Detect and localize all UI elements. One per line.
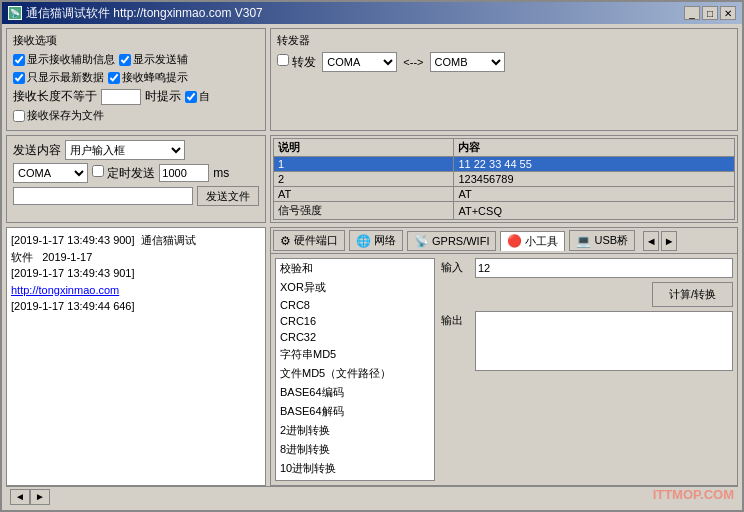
calc-button[interactable]: 计算/转换 bbox=[652, 282, 733, 307]
tab-gprs-label: GPRS/WIFI bbox=[432, 235, 489, 247]
cb-timer[interactable] bbox=[92, 165, 104, 177]
list-item[interactable]: 10进制转换 bbox=[276, 459, 434, 478]
gprs-icon: 📡 bbox=[414, 234, 429, 248]
tab-nav-buttons: ◄ ► bbox=[643, 231, 677, 251]
send-content-label: 发送内容 bbox=[13, 142, 61, 159]
converter-port-b[interactable]: COMB bbox=[430, 52, 505, 72]
hardware-icon: ⚙ bbox=[280, 234, 291, 248]
table-cell-desc: AT bbox=[274, 187, 454, 202]
tools-input[interactable] bbox=[475, 258, 733, 278]
tab-scroll-right-button[interactable]: ► bbox=[661, 231, 677, 251]
time-label: 时提示 bbox=[145, 88, 181, 105]
send-file-row: 发送文件 bbox=[13, 186, 259, 206]
cb4-label[interactable]: 接收蜂鸣提示 bbox=[108, 70, 188, 85]
receive-length-row: 接收长度不等于 时提示 自 bbox=[13, 88, 259, 105]
table-row[interactable]: 2123456789 bbox=[274, 172, 735, 187]
receive-options-title: 接收选项 bbox=[13, 33, 259, 48]
list-item[interactable]: CRC32 bbox=[276, 329, 434, 345]
list-item[interactable]: 字符串MD5 bbox=[276, 345, 434, 364]
receive-line-1: [2019-1-17 13:49:43 900] 通信猫调试 bbox=[11, 232, 261, 249]
send-port-row: COMA 定时发送 ms bbox=[13, 163, 259, 183]
forward-label[interactable]: 转发 bbox=[277, 54, 316, 71]
table-row[interactable]: ATAT bbox=[274, 187, 735, 202]
input-label: 输入 bbox=[441, 258, 469, 275]
window-title: 通信猫调试软件 http://tongxinmao.com V307 bbox=[26, 5, 263, 22]
length-label: 接收长度不等于 bbox=[13, 88, 97, 105]
list-item[interactable]: BASE64解码 bbox=[276, 402, 434, 421]
scroll-right-button[interactable]: ► bbox=[30, 489, 50, 505]
main-content: 接收选项 显示接收辅助信息 显示发送辅 只显示最新数据 bbox=[2, 24, 742, 510]
receive-line-2: 软件 2019-1-17 bbox=[11, 249, 261, 266]
send-left-panel: 发送内容 用户输入框 COMA 定时发送 ms bbox=[6, 135, 266, 223]
cb-show-receive[interactable] bbox=[13, 54, 25, 66]
tab-hardware[interactable]: ⚙ 硬件端口 bbox=[273, 230, 345, 251]
tab-gprs[interactable]: 📡 GPRS/WIFI bbox=[407, 231, 496, 251]
list-item[interactable]: CRC8 bbox=[276, 297, 434, 313]
save-row: 接收保存为文件 bbox=[13, 108, 259, 123]
io-panel: 输入 计算/转换 输出 bbox=[441, 258, 733, 481]
output-label: 输出 bbox=[441, 311, 469, 328]
cb-show-send[interactable] bbox=[119, 54, 131, 66]
list-item[interactable]: XOR异或 bbox=[276, 278, 434, 297]
cb-save[interactable] bbox=[13, 110, 25, 122]
spacer bbox=[441, 282, 469, 284]
table-row[interactable]: 111 22 33 44 55 bbox=[274, 157, 735, 172]
cb-beep[interactable] bbox=[108, 72, 120, 84]
tools-output[interactable] bbox=[475, 311, 733, 371]
tab-usb[interactable]: 💻 USB桥 bbox=[569, 230, 635, 251]
tab-network[interactable]: 🌐 网络 bbox=[349, 230, 403, 251]
input-row: 输入 bbox=[441, 258, 733, 278]
scroll-left-button[interactable]: ◄ bbox=[10, 489, 30, 505]
app-icon: 📡 bbox=[8, 6, 22, 20]
table-cell-desc: 2 bbox=[274, 172, 454, 187]
table-cell-content: 123456789 bbox=[454, 172, 735, 187]
converter-arrow: <--> bbox=[403, 56, 423, 68]
send-file-path-input[interactable] bbox=[13, 187, 193, 205]
cb-forward[interactable] bbox=[277, 54, 289, 66]
receive-display-area[interactable]: [2019-1-17 13:49:43 900] 通信猫调试 软件 2019-1… bbox=[6, 227, 266, 486]
send-content-select[interactable]: 用户输入框 bbox=[65, 140, 185, 160]
timer-input[interactable] bbox=[159, 164, 209, 182]
table-row[interactable]: 信号强度AT+CSQ bbox=[274, 202, 735, 220]
close-button[interactable]: ✕ bbox=[720, 6, 736, 20]
list-item[interactable]: 8进制转换 bbox=[276, 440, 434, 459]
list-item[interactable]: BASE64编码 bbox=[276, 383, 434, 402]
cb-latest-only[interactable] bbox=[13, 72, 25, 84]
bottom-bar: ◄ ► bbox=[6, 486, 738, 506]
send-port-select[interactable]: COMA bbox=[13, 163, 88, 183]
receive-cb-row2: 只显示最新数据 接收蜂鸣提示 bbox=[13, 70, 259, 85]
ms-label: ms bbox=[213, 166, 229, 180]
auto-label[interactable]: 自 bbox=[185, 89, 210, 104]
tab-scroll-left-button[interactable]: ◄ bbox=[643, 231, 659, 251]
list-item[interactable]: CRC16 bbox=[276, 313, 434, 329]
receive-url[interactable]: http://tongxinmao.com bbox=[11, 284, 119, 296]
list-item[interactable]: 2进制转换 bbox=[276, 421, 434, 440]
list-item[interactable]: 文件MD5（文件路径） bbox=[276, 364, 434, 383]
cb1-label[interactable]: 显示接收辅助信息 bbox=[13, 52, 115, 67]
cb2-label[interactable]: 显示发送辅 bbox=[119, 52, 188, 67]
length-input[interactable] bbox=[101, 89, 141, 105]
tab-tools[interactable]: 🔴 小工具 bbox=[500, 231, 565, 251]
cb3-label[interactable]: 只显示最新数据 bbox=[13, 70, 104, 85]
tools-list[interactable]: 校验和XOR异或CRC8CRC16CRC32字符串MD5文件MD5（文件路径）B… bbox=[275, 258, 435, 481]
converter-title: 转发器 bbox=[277, 33, 731, 48]
tools-icon: 🔴 bbox=[507, 234, 522, 248]
save-label[interactable]: 接收保存为文件 bbox=[13, 108, 104, 123]
table-cell-content: AT bbox=[454, 187, 735, 202]
maximize-button[interactable]: □ bbox=[702, 6, 718, 20]
send-file-button[interactable]: 发送文件 bbox=[197, 186, 259, 206]
send-table-panel: 说明 内容 111 22 33 44 552123456789ATAT信号强度A… bbox=[270, 135, 738, 223]
list-item[interactable]: 16进制转换 bbox=[276, 478, 434, 481]
converter-port-a[interactable]: COMA bbox=[322, 52, 397, 72]
cb-auto[interactable] bbox=[185, 91, 197, 103]
timer-label[interactable]: 定时发送 bbox=[92, 165, 155, 182]
tools-panel: 校验和XOR异或CRC8CRC16CRC32字符串MD5文件MD5（文件路径）B… bbox=[270, 254, 738, 486]
receive-options-panel: 接收选项 显示接收辅助信息 显示发送辅 只显示最新数据 bbox=[6, 28, 266, 131]
list-item[interactable]: 校验和 bbox=[276, 259, 434, 278]
table-header-content: 内容 bbox=[454, 139, 735, 157]
minimize-button[interactable]: _ bbox=[684, 6, 700, 20]
receive-line-5: [2019-1-17 13:49:44 646] bbox=[11, 298, 261, 315]
table-header-desc: 说明 bbox=[274, 139, 454, 157]
receive-line-3: [2019-1-17 13:49:43 901] bbox=[11, 265, 261, 282]
send-panel: 发送内容 用户输入框 COMA 定时发送 ms bbox=[6, 135, 738, 223]
